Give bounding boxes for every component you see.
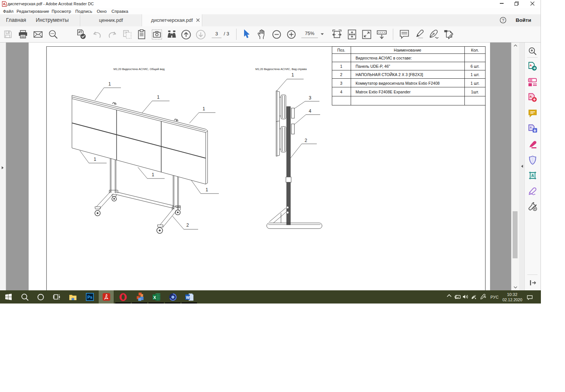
svg-text:A: A bbox=[530, 95, 532, 98]
svg-text:НАПОЛЬНАЯ СТОЙКА 2 X 3 [FB2X3]: НАПОЛЬНАЯ СТОЙКА 2 X 3 [FB2X3] bbox=[356, 72, 423, 77]
svg-text:1: 1 bbox=[292, 72, 294, 78]
svg-text:1: 1 bbox=[152, 172, 154, 177]
svg-text:X: X bbox=[153, 295, 156, 299]
svg-text:1: 1 bbox=[94, 157, 96, 162]
svg-text:1 шт.: 1 шт. bbox=[470, 72, 479, 77]
svg-text:6 шт.: 6 шт. bbox=[470, 64, 479, 69]
svg-text:1 шт.: 1 шт. bbox=[470, 81, 479, 85]
svg-text:Matrox Extio F2408E Expander: Matrox Extio F2408E Expander bbox=[356, 90, 411, 94]
svg-text:A: A bbox=[531, 174, 534, 178]
svg-text:1: 1 bbox=[203, 106, 205, 111]
svg-text:W: W bbox=[186, 295, 190, 299]
svg-text:Панель UDE-P, 46": Панель UDE-P, 46" bbox=[356, 64, 390, 69]
svg-text:3: 3 bbox=[309, 95, 312, 101]
svg-text:М1;20 Видеостена АСУИС, Общий: М1;20 Видеостена АСУИС, Общий вид bbox=[113, 67, 165, 71]
svg-text:4: 4 bbox=[340, 90, 342, 94]
svg-text:2: 2 bbox=[340, 72, 342, 77]
svg-text:Кол.: Кол. bbox=[471, 48, 479, 52]
svg-text:3: 3 bbox=[340, 81, 342, 85]
svg-text:1: 1 bbox=[206, 187, 208, 192]
svg-text:A: A bbox=[530, 126, 532, 129]
svg-text:?: ? bbox=[502, 18, 504, 23]
svg-text:1: 1 bbox=[108, 81, 111, 87]
svg-text:М1;20 Видеостена АСУИС, Вид сп: М1;20 Видеостена АСУИС, Вид справа bbox=[255, 67, 307, 71]
svg-text:1шт.: 1шт. bbox=[471, 90, 479, 94]
svg-text:1: 1 bbox=[340, 64, 342, 69]
svg-text:Коммутатор видеосигнала Matrox: Коммутатор видеосигнала Matrox Extio F24… bbox=[356, 81, 440, 85]
svg-text:1: 1 bbox=[157, 95, 160, 100]
svg-text:Наименование: Наименование bbox=[394, 48, 421, 52]
svg-text:A: A bbox=[530, 64, 532, 67]
svg-text:4: 4 bbox=[309, 108, 312, 114]
svg-text:2: 2 bbox=[305, 138, 307, 143]
svg-text:Ps: Ps bbox=[87, 295, 92, 299]
svg-text:2: 2 bbox=[186, 223, 189, 228]
svg-text:Поз.: Поз. bbox=[337, 48, 345, 52]
svg-text:Видеостена АСУИС в составе:: Видеостена АСУИС в составе: bbox=[356, 56, 412, 60]
